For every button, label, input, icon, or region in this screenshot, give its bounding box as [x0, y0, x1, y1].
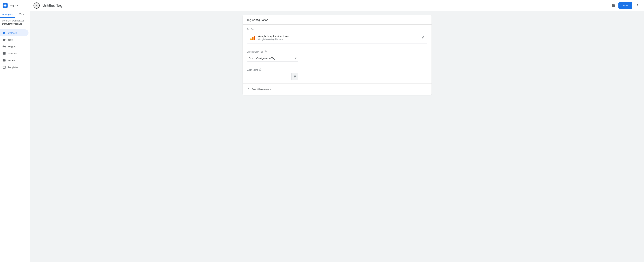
tab-workspace[interactable]: Workspace — [0, 11, 15, 18]
ga-bar-2 — [252, 37, 254, 40]
folder-button[interactable] — [612, 4, 616, 8]
app-title: Tag Ma... — [10, 4, 20, 7]
config-tag-section: Configuration Tag ? Select Configuration… — [243, 47, 432, 65]
ga-icon — [250, 35, 256, 41]
variables-icon — [2, 52, 6, 55]
event-name-section: Event Name ? — [243, 65, 432, 83]
save-button[interactable]: Save — [618, 3, 632, 9]
ga-bar-1 — [250, 39, 252, 40]
sidebar-item-variables-label: Variables — [8, 52, 17, 55]
svg-rect-5 — [3, 52, 6, 53]
ga-bar-3 — [254, 36, 256, 40]
event-params-expander[interactable]: Event Parameters — [247, 86, 428, 92]
config-tag-help-icon[interactable]: ? — [264, 51, 266, 53]
tag-editor-header: × Untitled Tag Save ⋮ — [30, 0, 644, 11]
tag-editor-body: Tag Configuration Tag Type — [30, 11, 644, 262]
sidebar-item-templates[interactable]: Templates — [0, 64, 28, 71]
event-params-label: Event Parameters — [252, 88, 271, 91]
sidebar-nav: Overview Tags Triggers Variables — [0, 29, 30, 71]
header-actions: Save ⋮ — [618, 3, 640, 9]
main-content: × Untitled Tag Save ⋮ Tag Configuration … — [30, 0, 644, 262]
workspace-name: Default Workspace — [2, 23, 28, 25]
config-tag-label: Configuration Tag ? — [247, 51, 428, 53]
tag-type-section: Tag Type Google Analytics: GA4 Event — [243, 25, 432, 47]
sidebar-tabs: Workspace Vers... — [0, 11, 30, 18]
folder-icon — [2, 59, 6, 62]
variable-picker-button[interactable] — [292, 73, 298, 80]
tag-type-platform: Google Marketing Platform — [258, 38, 419, 41]
tag-type-info: Google Analytics: GA4 Event Google Marke… — [258, 35, 419, 41]
sidebar-item-templates-label: Templates — [8, 66, 18, 69]
gtm-logo — [2, 3, 8, 9]
svg-rect-7 — [3, 54, 6, 55]
sidebar-item-variables[interactable]: Variables — [0, 50, 28, 57]
sidebar-item-tags[interactable]: Tags — [0, 36, 28, 43]
config-tag-select[interactable]: Select Configuration Tag... — [247, 55, 298, 62]
sidebar: Tag Ma... Workspace Vers... CURRENT WORK… — [0, 0, 30, 262]
svg-rect-8 — [3, 66, 6, 69]
tag-type-label: Tag Type — [247, 28, 428, 31]
tag-title: Untitled Tag — [42, 3, 609, 8]
sidebar-item-triggers-label: Triggers — [8, 45, 16, 48]
svg-rect-6 — [3, 53, 6, 54]
workspace-section: CURRENT WORKSPACE Default Workspace — [0, 18, 30, 26]
svg-rect-11 — [294, 76, 296, 77]
tag-editor: × Untitled Tag Save ⋮ Tag Configuration … — [30, 0, 644, 262]
close-button[interactable]: × — [34, 3, 40, 9]
sidebar-item-triggers[interactable]: Triggers — [0, 43, 28, 50]
sidebar-item-overview-label: Overview — [8, 32, 17, 34]
tag-icon — [2, 38, 6, 41]
sidebar-item-folders-label: Folders — [8, 59, 15, 62]
tag-type-selector[interactable]: Google Analytics: GA4 Event Google Marke… — [247, 32, 428, 44]
tag-card: Tag Configuration Tag Type — [243, 15, 432, 95]
home-icon — [2, 31, 6, 35]
event-name-help-icon[interactable]: ? — [259, 69, 262, 71]
sidebar-item-overview[interactable]: Overview — [0, 29, 28, 36]
event-name-input-row — [247, 73, 298, 80]
svg-rect-10 — [294, 76, 296, 76]
sidebar-logo: Tag Ma... — [0, 0, 30, 11]
tag-type-name: Google Analytics: GA4 Event — [258, 35, 419, 38]
config-tag-dropdown[interactable]: Select Configuration Tag... ▾ — [247, 55, 298, 62]
event-name-label: Event Name ? — [247, 69, 428, 71]
more-options-button[interactable]: ⋮ — [634, 3, 640, 9]
edit-tag-type-button[interactable] — [422, 36, 424, 40]
chevron-right-icon — [247, 87, 250, 91]
card-section-title: Tag Configuration — [243, 15, 432, 25]
tab-versions[interactable]: Vers... — [15, 11, 30, 18]
svg-rect-12 — [294, 77, 295, 78]
triggers-icon — [2, 45, 6, 48]
sidebar-item-folders[interactable]: Folders — [0, 57, 28, 64]
sidebar-divider — [0, 27, 30, 27]
event-params-section: Event Parameters — [243, 83, 432, 95]
sidebar-item-tags-label: Tags — [8, 39, 12, 41]
event-name-input[interactable] — [247, 73, 292, 80]
svg-point-4 — [4, 46, 5, 47]
workspace-label: CURRENT WORKSPACE — [2, 20, 28, 22]
templates-icon — [2, 66, 6, 69]
